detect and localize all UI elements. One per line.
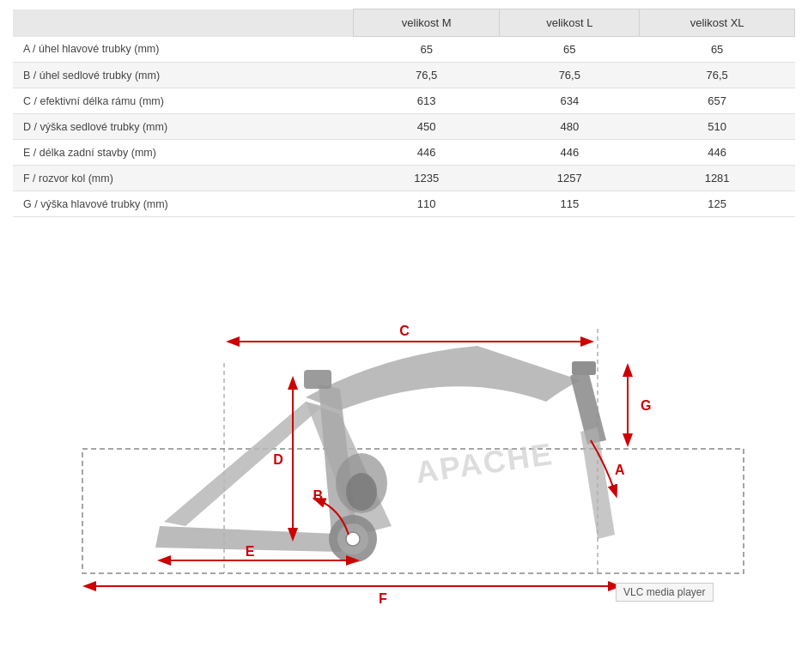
row-M: 76,5: [354, 63, 500, 88]
row-XL: 65: [640, 37, 795, 63]
row-XL: 1281: [640, 166, 795, 191]
svg-text:C: C: [399, 324, 410, 338]
diagram-section: APACHE: [0, 234, 808, 638]
row-M: 446: [354, 140, 500, 166]
row-label: E / délka zadní stavby (mm): [13, 140, 354, 166]
svg-text:D: D: [273, 452, 283, 467]
svg-point-5: [346, 473, 377, 511]
col-header-XL: velikost XL: [640, 9, 795, 37]
vlc-tooltip: VLC media player: [616, 583, 713, 602]
row-XL: 446: [640, 140, 795, 166]
row-M: 1235: [354, 166, 500, 191]
row-M: 110: [354, 191, 500, 217]
svg-rect-9: [304, 370, 331, 389]
table-row: D / výška sedlové trubky (mm) 450 480 51…: [13, 114, 795, 140]
svg-text:APACHE: APACHE: [413, 436, 555, 490]
svg-rect-10: [572, 361, 596, 375]
row-M: 613: [354, 88, 500, 114]
row-label: F / rozvor kol (mm): [13, 166, 354, 191]
table-row: F / rozvor kol (mm) 1235 1257 1281: [13, 166, 795, 191]
row-label: B / úhel sedlové trubky (mm): [13, 63, 354, 88]
row-M: 65: [354, 37, 500, 63]
row-label: D / výška sedlové trubky (mm): [13, 114, 354, 140]
col-header-label: [13, 9, 354, 37]
row-XL: 657: [640, 88, 795, 114]
row-L: 480: [500, 114, 640, 140]
svg-text:E: E: [245, 544, 254, 559]
row-L: 1257: [500, 166, 640, 191]
row-L: 76,5: [500, 63, 640, 88]
svg-text:G: G: [641, 398, 651, 413]
svg-text:B: B: [313, 488, 323, 503]
row-L: 634: [500, 88, 640, 114]
row-L: 65: [500, 37, 640, 63]
table-section: velikost M velikost L velikost XL A / úh…: [0, 0, 808, 234]
row-label: G / výška hlavové trubky (mm): [13, 191, 354, 217]
table-row: B / úhel sedlové trubky (mm) 76,5 76,5 7…: [13, 63, 795, 88]
specs-table: velikost M velikost L velikost XL A / úh…: [13, 9, 795, 217]
row-XL: 76,5: [640, 63, 795, 88]
col-header-M: velikost M: [354, 9, 500, 37]
row-label: C / efektivní délka rámu (mm): [13, 88, 354, 114]
table-row: E / délka zadní stavby (mm) 446 446 446: [13, 140, 795, 166]
svg-text:A: A: [615, 463, 625, 477]
row-XL: 510: [640, 114, 795, 140]
table-row: G / výška hlavové trubky (mm) 110 115 12…: [13, 191, 795, 217]
col-header-L: velikost L: [500, 9, 640, 37]
row-label: A / úhel hlavové trubky (mm): [13, 37, 354, 63]
row-M: 450: [354, 114, 500, 140]
bike-diagram: APACHE: [14, 243, 795, 612]
svg-text:F: F: [379, 591, 387, 606]
row-L: 115: [500, 191, 640, 217]
table-row: C / efektivní délka rámu (mm) 613 634 65…: [13, 88, 795, 114]
row-L: 446: [500, 140, 640, 166]
row-XL: 125: [640, 191, 795, 217]
table-row: A / úhel hlavové trubky (mm) 65 65 65: [13, 37, 795, 63]
